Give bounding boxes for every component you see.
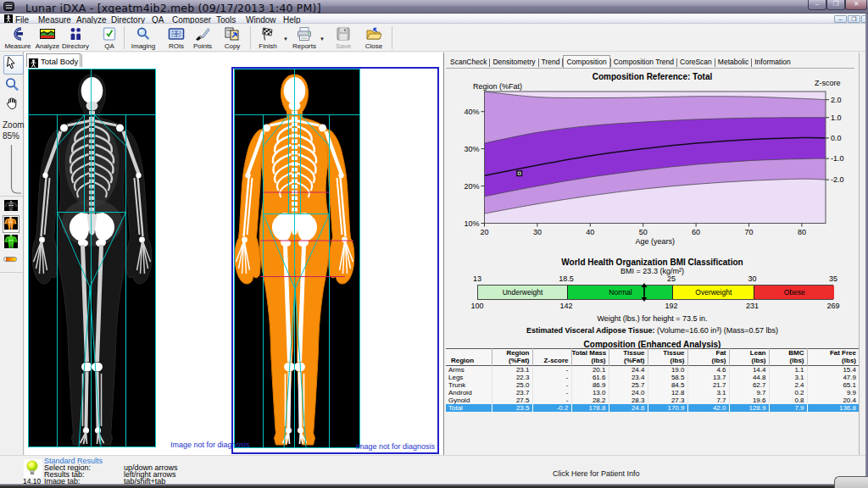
- toolbar-label-directory: Directory: [57, 42, 94, 50]
- minimize-button[interactable]: –: [808, 0, 826, 10]
- body-scan-icon: [29, 56, 38, 65]
- bmi-segment-label: Underweight: [478, 286, 567, 299]
- svg-text:40: 40: [586, 228, 594, 236]
- results-panel: ScanCheckDensitometryTrendCompositionCom…: [443, 53, 860, 455]
- menu-bar: FileMeasureAnalyzeDirectoryQAComposerToo…: [0, 14, 868, 24]
- bmi-tick-label: 25: [667, 274, 676, 283]
- xray-scan-image[interactable]: [28, 69, 156, 447]
- svg-text:Age (years): Age (years): [635, 237, 675, 246]
- tray-flyout-corner[interactable]: [834, 476, 868, 488]
- column-header: Fat(lbs): [687, 349, 729, 366]
- disclaimer-right: Image not for diagnosis: [355, 442, 435, 451]
- zoom-slider[interactable]: [0, 143, 24, 199]
- column-header: BMC(lbs): [769, 349, 807, 366]
- table-cell: 23.4: [609, 374, 648, 381]
- table-cell: 27.3: [648, 396, 687, 404]
- bmi-weight-label: 269: [826, 302, 839, 310]
- pointer-tool-button[interactable]: [3, 55, 24, 75]
- svg-text:20: 20: [480, 228, 488, 236]
- column-header: Tissue(lbs): [648, 349, 687, 366]
- bmi-weight-label: 100: [470, 302, 483, 310]
- table-cell: 23.1: [492, 366, 532, 374]
- table-cell: 3.1: [687, 389, 729, 396]
- disclaimer-left: Image not for diagnosis: [170, 441, 250, 449]
- table-cell: -: [532, 396, 571, 404]
- toolbar-button-reports[interactable]: Reports: [286, 26, 323, 50]
- bmi-segment-label: Overweight: [673, 286, 754, 299]
- patient-info-link[interactable]: Click Here for Patient Info: [553, 469, 640, 478]
- toolbar-button-close[interactable]: Close: [355, 26, 392, 50]
- toolbar: MeasureAnalyzeDirectoryQAImagingROIsPoin…: [0, 24, 868, 52]
- vat-label: Estimated Visceral Adipose Tissue:: [526, 326, 654, 335]
- table-cell: 44.8: [729, 374, 769, 381]
- points-icon: [194, 26, 211, 42]
- table-cell: 86.9: [571, 381, 609, 389]
- table-cell: 1.1: [769, 366, 807, 374]
- table-cell: 25.0: [492, 381, 532, 389]
- table-cell: -0.2: [532, 404, 571, 412]
- table-row-legs[interactable]: Legs22.3-61.623.458.513.744.83.147.9: [446, 374, 859, 381]
- vat-value: (Volume=16.60 in³) (Mass=0.57 lbs): [654, 326, 778, 335]
- table-cell: 21.7: [687, 381, 729, 389]
- composition-scan-image[interactable]: [234, 69, 360, 448]
- toolbar-label-reports: Reports: [286, 42, 323, 50]
- close-button[interactable]: ✕: [845, 0, 867, 10]
- table-cell: -: [532, 366, 571, 374]
- restore-button[interactable]: ❐: [826, 0, 845, 10]
- table-cell: 14.4: [729, 366, 769, 374]
- title-bar: Lunar iDXA - [xgeatm4ib2.meb (09/17/2013…: [0, 0, 868, 14]
- table-cell: Gynoid: [446, 396, 492, 404]
- zoom-label: Zoom: [3, 120, 25, 130]
- table-cell: 23.7: [492, 389, 532, 396]
- bmi-segment-normal: Normal: [567, 286, 672, 299]
- table-cell: Legs: [446, 374, 492, 381]
- table-row-total[interactable]: Total23.5-0.2178.824.6170.942.0128.97.91…: [446, 404, 859, 412]
- toolbar-label-imaging: Imaging: [125, 42, 162, 50]
- panel-edge: [859, 53, 860, 455]
- table-cell: -: [532, 389, 571, 396]
- toolbar-button-directory[interactable]: Directory: [57, 26, 94, 50]
- bmi-tick-label: 35: [829, 274, 837, 283]
- table-cell: -: [532, 374, 571, 381]
- table-cell: 28.3: [609, 396, 648, 404]
- table-row-android[interactable]: Android23.7-13.024.012.83.19.70.29.9: [446, 389, 859, 396]
- lightbulb-icon: [24, 459, 42, 478]
- magnifier-tool-button[interactable]: [4, 77, 21, 92]
- document-icon[interactable]: [4, 14, 13, 23]
- bmi-tick-label: 13: [473, 274, 481, 283]
- table-row-gynoid[interactable]: Gynoid27.5-28.228.327.37.719.60.820.4: [446, 396, 859, 404]
- table-cell: 3.1: [769, 374, 807, 381]
- thumbnail-skeleton-view[interactable]: [4, 200, 18, 211]
- table-cell: 20.4: [807, 396, 859, 404]
- mdi-restore-button[interactable]: ❐: [848, 15, 860, 23]
- table-cell: 15.4: [807, 366, 859, 374]
- table-cell: 65.1: [807, 381, 859, 389]
- svg-text:20%: 20%: [464, 182, 479, 191]
- close-icon: [365, 26, 382, 42]
- imaging-icon: [135, 26, 152, 42]
- column-header: Z-score: [532, 349, 571, 366]
- tab-total-body[interactable]: Total Body: [26, 53, 81, 67]
- divider: [81, 54, 82, 67]
- mdi-minimize-button[interactable]: –: [834, 15, 847, 23]
- table-cell: 19.0: [648, 366, 687, 374]
- app-icon: [3, 2, 14, 11]
- toolbar-button-qa[interactable]: QA: [91, 26, 128, 50]
- bmi-segment-overweight: Overweight: [672, 286, 753, 299]
- svg-text:-1.0: -1.0: [831, 154, 844, 163]
- table-cell: 19.6: [729, 396, 769, 404]
- thumbnail-tissue-view[interactable]: [4, 235, 18, 248]
- table-row-trunk[interactable]: Trunk25.0-86.925.784.521.762.72.465.1: [446, 381, 859, 389]
- composition-table-header: RegionRegion(%Fat)Z-scoreTotal Mass(lbs)…: [446, 349, 859, 366]
- bmi-title: World Health Organization BMI Classifica…: [444, 258, 860, 267]
- table-row-arms[interactable]: Arms23.1-20.124.419.04.614.41.115.4: [446, 366, 859, 374]
- hand-tool-button[interactable]: [4, 96, 21, 111]
- table-cell: Total: [446, 404, 492, 412]
- toolbar-button-finish[interactable]: Finish: [249, 26, 287, 50]
- taskbar-edge: [0, 485, 868, 488]
- toolbar-button-imaging[interactable]: Imaging: [125, 26, 162, 50]
- bmi-segment-obese: Obese: [754, 286, 834, 299]
- color-scale-bar: [3, 257, 17, 262]
- tab-total-body-label: Total Body: [41, 57, 78, 66]
- toolbar-button-copy[interactable]: Copy: [214, 26, 251, 50]
